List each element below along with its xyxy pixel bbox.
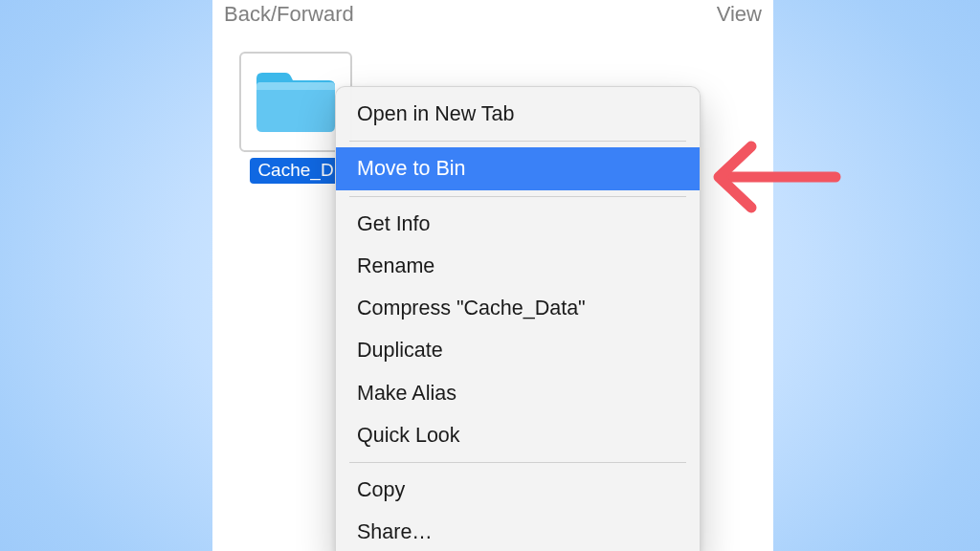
menu-item-rename[interactable]: Rename <box>336 245 700 287</box>
menu-item-quick-look[interactable]: Quick Look <box>336 414 700 456</box>
finder-toolbar: Back/Forward View <box>212 0 773 33</box>
menu-item-compress-cache-data[interactable]: Compress "Cache_Data" <box>336 287 700 329</box>
menu-item-share[interactable]: Share… <box>336 511 700 551</box>
folder-label: Cache_D <box>250 158 341 184</box>
menu-item-make-alias[interactable]: Make Alias <box>336 372 700 414</box>
menu-item-get-info[interactable]: Get Info <box>336 203 700 245</box>
folder-icon <box>253 67 339 138</box>
finder-content: Cache_D <box>212 33 773 67</box>
context-menu: Open in New TabMove to BinGet InfoRename… <box>335 86 701 551</box>
view-label[interactable]: View <box>717 2 762 27</box>
menu-item-open-in-new-tab[interactable]: Open in New Tab <box>336 93 700 135</box>
back-forward-label[interactable]: Back/Forward <box>224 2 354 27</box>
menu-item-copy[interactable]: Copy <box>336 469 700 511</box>
menu-separator <box>349 462 686 463</box>
menu-item-move-to-bin[interactable]: Move to Bin <box>336 147 700 189</box>
menu-separator <box>349 141 686 142</box>
menu-separator <box>349 196 686 197</box>
menu-item-duplicate[interactable]: Duplicate <box>336 329 700 371</box>
